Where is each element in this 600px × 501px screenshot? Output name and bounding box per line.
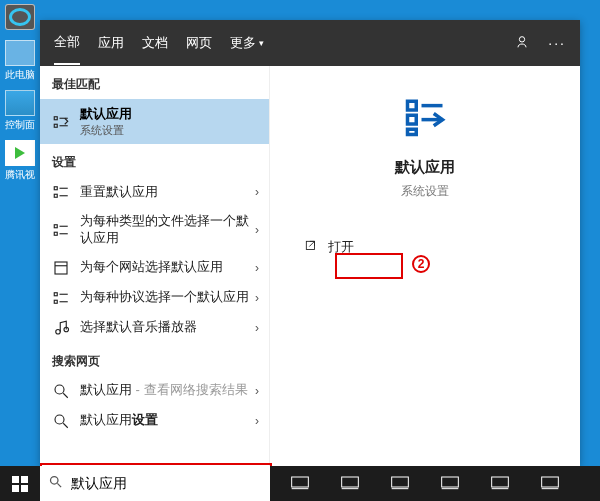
search-icon bbox=[52, 382, 70, 400]
feedback-icon[interactable] bbox=[514, 34, 530, 53]
tab-all[interactable]: 全部 bbox=[54, 21, 80, 65]
svg-rect-1 bbox=[54, 116, 57, 119]
chevron-right-icon: › bbox=[255, 261, 259, 275]
taskbar-app-icon[interactable] bbox=[340, 473, 360, 495]
taskbar-search-input[interactable] bbox=[71, 476, 262, 492]
search-icon bbox=[52, 412, 70, 430]
svg-rect-26 bbox=[408, 115, 417, 124]
svg-rect-48 bbox=[542, 477, 559, 487]
svg-rect-34 bbox=[12, 485, 19, 492]
section-web: 搜索网页 bbox=[40, 343, 269, 376]
settings-item-protocols[interactable]: 为每种协议选择一个默认应用 › bbox=[40, 283, 269, 313]
tab-more[interactable]: 更多 ▾ bbox=[230, 22, 264, 64]
settings-item-websites[interactable]: 为每个网站选择默认应用 › bbox=[40, 253, 269, 283]
svg-point-36 bbox=[51, 477, 59, 485]
svg-line-31 bbox=[309, 241, 314, 246]
web-result-default-apps[interactable]: 默认应用 - 查看网络搜索结果 › bbox=[40, 376, 269, 406]
svg-rect-33 bbox=[21, 476, 28, 483]
desktop-icon-label: 控制面 bbox=[5, 119, 35, 130]
tab-documents[interactable]: 文档 bbox=[142, 22, 168, 64]
svg-rect-27 bbox=[408, 129, 417, 134]
results-list: 最佳匹配 默认应用 系统设置 设置 重置默认应用 › 为每种类型的文件选择一个默… bbox=[40, 20, 270, 466]
svg-rect-32 bbox=[12, 476, 19, 483]
svg-rect-2 bbox=[54, 124, 57, 127]
svg-rect-13 bbox=[55, 262, 67, 274]
detail-subtitle: 系统设置 bbox=[401, 183, 449, 200]
section-best-match: 最佳匹配 bbox=[40, 66, 269, 99]
open-action[interactable]: 打开 bbox=[296, 232, 580, 262]
taskbar-pinned-apps bbox=[270, 466, 600, 501]
website-icon bbox=[52, 259, 70, 277]
settings-item-file-types[interactable]: 为每种类型的文件选择一个默认应用 › bbox=[40, 207, 269, 253]
start-button[interactable] bbox=[0, 466, 40, 501]
open-label: 打开 bbox=[328, 238, 354, 256]
best-match-default-apps[interactable]: 默认应用 系统设置 bbox=[40, 99, 269, 144]
settings-item-music-player[interactable]: 选择默认音乐播放器 › bbox=[40, 313, 269, 343]
chevron-right-icon: › bbox=[255, 321, 259, 335]
music-icon bbox=[52, 319, 70, 337]
detail-hero-icon bbox=[404, 96, 446, 138]
chevron-right-icon: › bbox=[255, 185, 259, 199]
desktop-icon-tencent-video[interactable]: 腾讯视 bbox=[0, 136, 40, 186]
section-settings: 设置 bbox=[40, 144, 269, 177]
svg-point-0 bbox=[520, 36, 525, 41]
svg-rect-38 bbox=[292, 477, 309, 487]
file-type-icon bbox=[52, 221, 70, 239]
svg-rect-40 bbox=[342, 477, 359, 487]
chevron-right-icon: › bbox=[255, 291, 259, 305]
annotation-number-2: 2 bbox=[412, 255, 430, 273]
desktop-icon-control-panel[interactable]: 控制面 bbox=[0, 86, 40, 136]
taskbar-app-icon[interactable] bbox=[490, 473, 510, 495]
detail-title: 默认应用 bbox=[395, 158, 455, 177]
svg-line-24 bbox=[63, 423, 68, 428]
taskbar-app-icon[interactable] bbox=[440, 473, 460, 495]
protocol-icon bbox=[52, 289, 70, 307]
svg-rect-25 bbox=[408, 101, 417, 110]
open-icon bbox=[304, 239, 318, 256]
svg-rect-42 bbox=[392, 477, 409, 487]
svg-point-23 bbox=[55, 415, 64, 424]
svg-rect-46 bbox=[492, 477, 509, 487]
svg-point-19 bbox=[56, 329, 61, 334]
svg-point-21 bbox=[55, 385, 64, 394]
svg-rect-9 bbox=[54, 225, 57, 228]
svg-rect-5 bbox=[54, 187, 57, 190]
svg-rect-44 bbox=[442, 477, 459, 487]
web-result-default-apps-settings[interactable]: 默认应用设置 › bbox=[40, 406, 269, 436]
search-icon bbox=[48, 474, 63, 493]
taskbar bbox=[0, 466, 600, 501]
svg-rect-15 bbox=[54, 293, 57, 296]
chevron-right-icon: › bbox=[255, 384, 259, 398]
desktop-icon-this-pc[interactable]: 此电脑 bbox=[0, 36, 40, 86]
tab-web[interactable]: 网页 bbox=[186, 22, 212, 64]
tab-apps[interactable]: 应用 bbox=[98, 22, 124, 64]
best-match-title: 默认应用 bbox=[80, 105, 132, 123]
search-results-pane: 全部 应用 文档 网页 更多 ▾ ··· 最佳匹配 默认应用 系统设置 bbox=[40, 20, 580, 466]
svg-line-37 bbox=[57, 483, 61, 487]
chevron-right-icon: › bbox=[255, 223, 259, 237]
chevron-right-icon: › bbox=[255, 414, 259, 428]
svg-rect-10 bbox=[54, 232, 57, 235]
chevron-down-icon: ▾ bbox=[259, 38, 264, 48]
svg-rect-16 bbox=[54, 300, 57, 303]
default-apps-icon bbox=[52, 113, 70, 131]
best-match-subtitle: 系统设置 bbox=[80, 123, 132, 138]
options-icon[interactable]: ··· bbox=[548, 35, 566, 51]
taskbar-app-icon[interactable] bbox=[390, 473, 410, 495]
taskbar-app-icon[interactable] bbox=[540, 473, 560, 495]
desktop-icon-label: 此电脑 bbox=[5, 69, 35, 80]
desktop-icon-label: 腾讯视 bbox=[5, 169, 35, 180]
desktop-icon-edge[interactable] bbox=[0, 0, 40, 36]
filter-tabs: 全部 应用 文档 网页 更多 ▾ ··· bbox=[40, 20, 580, 66]
taskbar-search-box[interactable] bbox=[40, 466, 270, 501]
settings-item-reset-defaults[interactable]: 重置默认应用 › bbox=[40, 177, 269, 207]
svg-line-22 bbox=[63, 393, 68, 398]
task-view-icon[interactable] bbox=[290, 473, 310, 495]
reset-icon bbox=[52, 183, 70, 201]
svg-rect-6 bbox=[54, 194, 57, 197]
svg-rect-35 bbox=[21, 485, 28, 492]
